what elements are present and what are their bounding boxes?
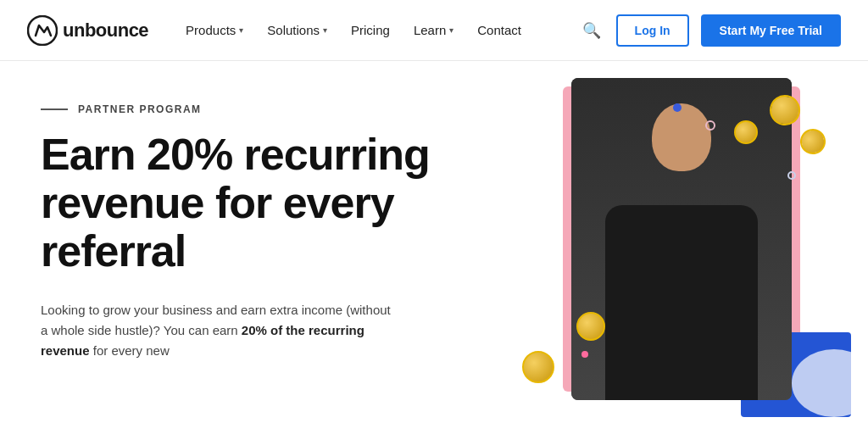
nav-item-products[interactable]: Products ▾: [175, 16, 253, 44]
trial-button[interactable]: Start My Free Trial: [701, 14, 841, 47]
logo[interactable]: unbounce: [27, 15, 148, 46]
partner-label: PARTNER PROGRAM: [41, 103, 481, 115]
coin-1: [522, 351, 554, 383]
dot-outline-2: [787, 171, 796, 180]
hero-image-area: [444, 61, 868, 434]
dot-pink: [581, 351, 588, 358]
nav-item-pricing[interactable]: Pricing: [341, 16, 400, 44]
nav-links: Products ▾ Solutions ▾ Pricing Learn ▾ C…: [175, 16, 579, 44]
logo-icon: [27, 15, 58, 46]
nav-item-solutions[interactable]: Solutions ▾: [257, 16, 337, 44]
partner-line: [41, 108, 68, 110]
logo-text: unbounce: [63, 19, 148, 42]
dot-outline-1: [705, 120, 715, 131]
login-button[interactable]: Log In: [616, 14, 689, 47]
nav-item-contact[interactable]: Contact: [467, 16, 531, 44]
nav-actions: 🔍 Log In Start My Free Trial: [579, 14, 841, 47]
chevron-down-icon: ▾: [449, 25, 453, 35]
hero-title: Earn 20% recurring revenue for every ref…: [41, 131, 481, 276]
navigation: unbounce Products ▾ Solutions ▾ Pricing …: [0, 0, 868, 61]
hero-description: Looking to grow your business and earn e…: [41, 300, 397, 361]
search-button[interactable]: 🔍: [579, 18, 604, 43]
coin-5: [734, 120, 758, 144]
dot-blue: [673, 103, 682, 112]
chevron-down-icon: ▾: [239, 25, 243, 35]
white-blob: [792, 349, 868, 417]
partner-text: PARTNER PROGRAM: [78, 103, 202, 115]
coin-3: [798, 126, 829, 158]
search-icon: 🔍: [582, 22, 601, 39]
hero-desc-end: for every new: [90, 343, 170, 358]
hero-content: PARTNER PROGRAM Earn 20% recurring reven…: [41, 95, 481, 434]
person-image: [571, 78, 792, 400]
coin-2: [576, 312, 605, 341]
nav-item-learn[interactable]: Learn ▾: [403, 16, 464, 44]
chevron-down-icon: ▾: [323, 25, 327, 35]
hero-section: PARTNER PROGRAM Earn 20% recurring reven…: [0, 61, 868, 434]
